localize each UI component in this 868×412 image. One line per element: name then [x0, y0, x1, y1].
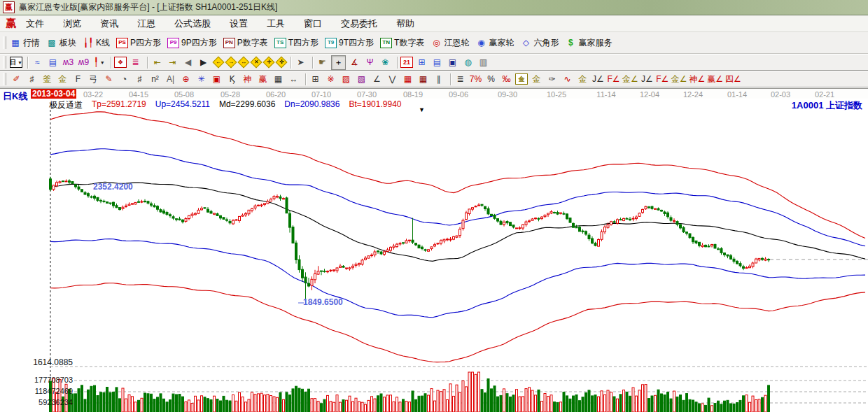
diamond-horizontal-button[interactable]: ↔ — [238, 57, 250, 69]
gann-wheel-button[interactable]: ◎江恩轮 — [430, 37, 469, 49]
menu-item-0[interactable]: 文件 — [26, 17, 44, 30]
nine-t-square-button[interactable]: T99T四方形 — [325, 37, 374, 49]
j-angle-icon[interactable]: J∠ — [592, 73, 605, 86]
ying-grid-icon[interactable]: 赢 — [256, 73, 270, 86]
notes-button[interactable]: ▤ — [430, 56, 444, 69]
clock-cycle-icon[interactable]: ◔ — [118, 73, 131, 86]
f-angle2-icon[interactable]: F∠ — [656, 73, 669, 86]
period-selector-button[interactable]: 日▼ — [10, 57, 22, 68]
ink-pen-icon[interactable]: ✑ — [545, 73, 559, 86]
comb-ruler-icon[interactable]: ♯ — [25, 73, 38, 86]
box-grid-icon[interactable]: ⊞ — [309, 73, 322, 86]
span-arrows-icon[interactable]: ↔ — [287, 73, 300, 86]
circle-cross-icon[interactable]: ⊕ — [179, 73, 192, 86]
red-grid-icon[interactable]: ▦ — [401, 73, 414, 86]
diamond-left-button[interactable]: ← — [213, 57, 225, 69]
ray-fan-icon[interactable]: ※ — [324, 73, 337, 86]
f-angle-icon[interactable]: F∠ — [607, 73, 620, 86]
nine-p-square-button[interactable]: P99P四方形 — [167, 37, 217, 49]
gold-angle2-icon[interactable]: 金∠ — [671, 73, 687, 86]
gold-angle-icon[interactable]: 金∠ — [622, 73, 638, 86]
gold-line-icon[interactable]: 金 — [530, 73, 543, 86]
n-square-icon[interactable]: n² — [148, 73, 162, 86]
dropdown-arrow-icon[interactable]: ▼ — [18, 60, 22, 65]
ray-box-icon[interactable]: ▨ — [340, 73, 353, 86]
seven-percent-icon[interactable]: 7% — [469, 73, 482, 86]
next-bar-button[interactable]: ▶ — [197, 56, 210, 69]
menu-item-1[interactable]: 浏览 — [63, 17, 81, 30]
toolbar-grip[interactable] — [3, 36, 6, 49]
wave-check-icon[interactable]: ⋁ — [386, 73, 399, 86]
bow-tool-icon[interactable]: 弓 — [87, 73, 100, 86]
chart-canvas[interactable] — [0, 99, 868, 412]
diamond-diagonal-button[interactable]: ✕ — [251, 57, 262, 69]
quotes-button[interactable]: ▦行情 — [10, 37, 40, 49]
diamond-right-button[interactable]: → — [225, 57, 237, 69]
web-service-button[interactable]: ◍ — [461, 56, 475, 69]
first-bar-button[interactable]: ⇤ — [150, 56, 164, 69]
gold-circle-icon[interactable]: 金 — [515, 73, 528, 85]
square-target-icon[interactable]: ▣ — [210, 73, 223, 86]
ray-box2-icon[interactable]: ▧ — [355, 73, 368, 86]
toolbar-grip[interactable] — [3, 56, 6, 69]
winner-wheel-button[interactable]: ◉赢家轮 — [475, 37, 514, 49]
gold-gann-ruler-icon[interactable]: 釜 — [41, 73, 54, 86]
shen-angle-icon[interactable]: 神∠ — [690, 73, 706, 86]
t-square-button[interactable]: TST四方形 — [274, 37, 318, 49]
number-grid-icon[interactable]: ▦ — [272, 73, 285, 86]
kline-button[interactable]: ╽╿K线 — [83, 37, 110, 49]
menu-item-7[interactable]: 窗口 — [304, 17, 322, 30]
diamond-move-button[interactable]: ✜ — [276, 57, 288, 69]
comb-ruler2-icon[interactable]: ♯ — [133, 73, 146, 86]
menu-item-2[interactable]: 资讯 — [100, 17, 118, 30]
k-wave-icon[interactable]: Ϗ — [225, 73, 239, 86]
workstation-button[interactable]: ▥ — [477, 56, 490, 69]
wave-9-icon[interactable]: ʍ9 — [77, 56, 90, 69]
p-number-table-button[interactable]: PNP数字表 — [223, 37, 268, 49]
menu-item-4[interactable]: 公式选股 — [174, 17, 211, 30]
star-rays-icon[interactable]: ✳ — [195, 73, 208, 86]
angle-tool-icon[interactable]: ∡ — [348, 56, 361, 69]
hexagon-button[interactable]: ◇六角形 — [520, 37, 559, 49]
menu-item-8[interactable]: 交易委托 — [341, 17, 377, 30]
wave-3-icon[interactable]: ʍ3 — [62, 56, 75, 69]
winner-service-button[interactable]: $赢家服务 — [565, 37, 612, 49]
slant-lines-icon[interactable]: ∥ — [432, 73, 445, 86]
calendar-button[interactable]: 21 — [400, 57, 413, 68]
sectors-button[interactable]: ▩板块 — [46, 37, 76, 49]
gold-gann-ruler2-icon[interactable]: 金 — [56, 73, 69, 86]
shen-grid-icon[interactable]: 神 — [241, 73, 254, 86]
toolbar-grip[interactable] — [3, 73, 6, 85]
candle-style-button[interactable]: ╿▼ — [92, 56, 106, 69]
menu-item-5[interactable]: 设置 — [230, 17, 248, 30]
dropdown-arrow-icon[interactable]: ▼ — [100, 60, 105, 65]
crosshair-tool-button[interactable]: ＋ — [331, 55, 346, 70]
last-bar-button[interactable]: ⇥ — [166, 56, 179, 69]
t-number-table-button[interactable]: TNT数字表 — [380, 37, 424, 49]
p-square-button[interactable]: PSP四方形 — [116, 37, 161, 49]
gann-shape-tool-icon[interactable]: Ψ — [363, 56, 377, 69]
percent-icon[interactable]: % — [484, 73, 498, 86]
wave-tilde-icon[interactable]: ∿ — [561, 73, 574, 86]
zigzag-tool-icon[interactable]: ≈ — [31, 56, 44, 69]
pointer-tool-icon[interactable]: ➤ — [294, 56, 307, 69]
title-bar[interactable]: 赢 赢家江恩专业版[赢家内部服务平台] - [上证指数 SH1A0001-251… — [0, 0, 868, 15]
j-angle2-icon[interactable]: J∠ — [640, 73, 654, 86]
cycle-tool-icon[interactable]: ❀ — [379, 56, 392, 69]
hand-tool-icon[interactable]: ☛ — [316, 56, 329, 69]
menu-item-9[interactable]: 帮助 — [396, 17, 414, 30]
price-histogram-icon[interactable]: ≣ — [129, 56, 142, 69]
a-mirror-icon[interactable]: A| — [164, 73, 177, 86]
spray2-tool-icon[interactable]: ✎ — [102, 73, 115, 86]
save-button[interactable]: ▣ — [446, 56, 459, 69]
si-angle-icon[interactable]: 四∠ — [725, 73, 741, 86]
ying-angle-icon[interactable]: 赢∠ — [707, 73, 723, 86]
info-list-icon[interactable]: ▤ — [46, 56, 59, 69]
calculator-button[interactable]: ⊞ — [415, 56, 428, 69]
f-ruler-icon[interactable]: F — [71, 73, 85, 86]
price-ladder-icon[interactable]: ≣ — [454, 73, 467, 86]
prev-bar-button[interactable]: ◀ — [181, 56, 195, 69]
menu-item-3[interactable]: 江恩 — [137, 17, 155, 30]
percent-line-icon[interactable]: ‰ — [500, 73, 513, 86]
menu-item-6[interactable]: 工具 — [267, 17, 285, 30]
